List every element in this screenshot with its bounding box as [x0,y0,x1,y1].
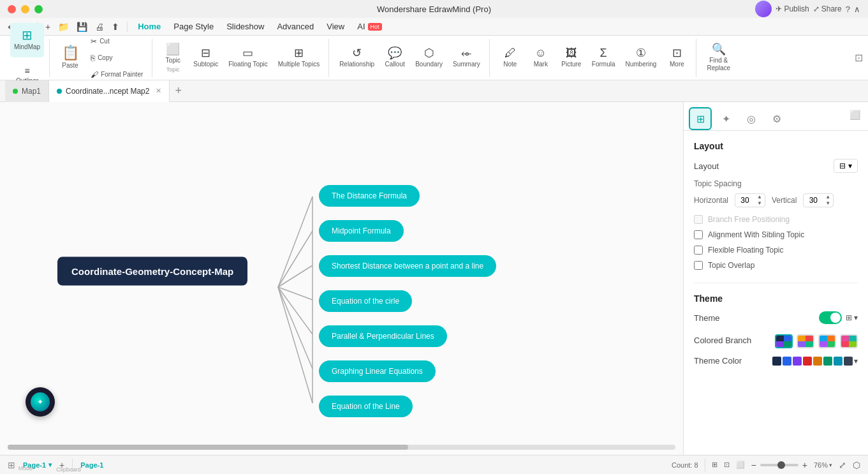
fullscreen-icon[interactable]: ⬜ [736,461,745,469]
color-dot-4[interactable] [813,357,822,366]
tab-map2[interactable]: Coordinate...ncept Map2 ✕ [49,80,170,102]
multiple-topics-button[interactable]: ⊞ Multiple Topics [274,41,323,75]
new-button[interactable]: + [43,20,53,33]
color-dot-1[interactable] [783,357,791,366]
boundary-button[interactable]: ⬡ Boundary [411,41,446,75]
horizontal-up[interactable]: ▲ [754,194,765,200]
tab-map1[interactable]: Map1 [5,80,49,102]
zoom-plus-button[interactable]: + [802,460,807,470]
expand-button[interactable]: ⊡ [855,52,863,64]
panel-tab-location[interactable]: ◎ [740,107,763,130]
vertical-spacing-input[interactable]: 30 ▲ ▼ [803,193,834,207]
profile-avatar[interactable] [755,1,772,17]
mindmap-button[interactable]: ⊞ MindMap [10,23,44,57]
zoom-minus-button[interactable]: − [751,460,756,470]
flexible-floating-checkbox[interactable] [694,246,703,255]
vertical-down[interactable]: ▼ [823,200,833,207]
window-buttons[interactable] [8,5,43,13]
menu-view[interactable]: View [321,20,349,33]
subtopic-button[interactable]: ⊟ Subtopic [189,41,222,75]
horizontal-spacing-input[interactable]: 30 ▲ ▼ [735,193,765,207]
menu-ai[interactable]: AI Hot [352,20,386,33]
branch-node-4[interactable]: Parallel & Perpendicular Lines [319,325,447,347]
sidebar-toggle[interactable]: ⬡ [853,460,860,470]
publish-button[interactable]: ✈ Publish [776,4,809,13]
zoom-slider[interactable] [760,464,798,466]
view-icon[interactable]: ⊞ [712,461,717,469]
open-button[interactable]: 📁 [55,20,71,33]
fullscreen-button[interactable]: ⤢ [839,460,846,470]
share-button[interactable]: ⤢ Share [813,4,842,13]
zoom-value-button[interactable]: 76% ▾ [814,461,832,469]
horizontal-arrows[interactable]: ▲ ▼ [754,194,765,207]
cb-option-4[interactable] [840,334,858,348]
menu-advanced[interactable]: Advanced [272,20,319,33]
theme-select-arrow[interactable]: ⊞ ▾ [846,313,858,322]
ai-fab-button[interactable]: ✦ [26,387,55,417]
branch-free-positioning-checkbox[interactable] [694,215,703,224]
branch-node-0[interactable]: The Distance Formula [319,185,420,207]
copy-button[interactable]: ⎘ Copy [87,50,147,66]
color-dot-5[interactable] [823,357,832,366]
horizontal-scrollbar[interactable] [8,445,675,450]
color-dot-3[interactable] [803,357,812,366]
color-dot-6[interactable] [834,357,842,366]
branch-node-6[interactable]: Equation of the Line [319,396,413,417]
theme-toggle[interactable]: ⊞ ▾ [819,311,858,324]
cb-option-1[interactable] [775,334,793,348]
export-button[interactable]: ⬆ [109,20,122,33]
collapse-button[interactable]: ∧ [854,4,860,14]
paste-button[interactable]: 📋 Paste [56,41,84,75]
canvas[interactable]: Coordinate-Geometry-Concept-Map The Dist… [0,102,683,455]
central-node[interactable]: Coordinate-Geometry-Concept-Map [57,257,247,286]
picture-button[interactable]: 🖼 Picture [557,41,585,75]
zoom-thumb[interactable] [777,461,785,469]
menu-slideshow[interactable]: Slideshow [221,20,269,33]
alignment-sibling-checkbox[interactable] [694,230,703,239]
print-button[interactable]: 🖨 [92,20,107,33]
topic-button[interactable]: ⬜ Topic Topic [159,41,187,75]
branch-node-1[interactable]: Midpoint Formula [319,220,404,242]
color-dot-2[interactable] [793,357,802,366]
branch-node-5[interactable]: Graphing Linear Equations [319,360,436,382]
vertical-up[interactable]: ▲ [823,194,833,200]
view-icon2[interactable]: ⊡ [724,461,730,469]
tab-close-map2[interactable]: ✕ [156,87,161,95]
color-dot-7[interactable] [844,357,853,366]
maximize-button[interactable] [34,5,43,13]
layout-select[interactable]: ⊟ ▾ [834,159,858,173]
mark-button[interactable]: ☺ Mark [527,41,555,75]
cb-option-2[interactable] [797,334,814,348]
theme-color-arrow[interactable]: ▾ [854,357,858,366]
panel-tab-settings[interactable]: ⚙ [765,107,788,130]
theme-color-strip[interactable]: ▾ [772,357,858,366]
numbering-button[interactable]: ① Numbering [621,41,660,75]
summary-button[interactable]: ⬰ Summary [449,41,484,75]
panel-tab-style[interactable]: ✦ [714,107,737,130]
close-button[interactable] [8,5,16,13]
vertical-arrows[interactable]: ▲ ▼ [823,194,833,207]
cut-button[interactable]: ✂ Cut [87,34,147,49]
relationship-button[interactable]: ↺ Relationship [335,41,378,75]
formula-button[interactable]: Σ Formula [588,41,619,75]
save-button[interactable]: 💾 [74,20,90,33]
page-1-label[interactable]: Page-1 [80,461,103,469]
minimize-button[interactable] [21,5,29,13]
horizontal-down[interactable]: ▼ [754,200,765,207]
menu-home[interactable]: Home [133,20,166,33]
add-tab-button[interactable]: + [170,84,187,98]
find-replace-button[interactable]: 🔍 Find & Replace [703,41,734,75]
callout-button[interactable]: 💬 Callout [381,41,409,75]
floating-topic-button[interactable]: ▭ Floating Topic [224,41,272,75]
panel-expand-button[interactable]: ⬜ [847,107,863,130]
branch-node-3[interactable]: Equation of the cirle [319,290,412,312]
panel-tab-layout[interactable]: ⊞ [689,107,712,130]
note-button[interactable]: 🖊 Note [496,41,524,75]
toggle-control[interactable] [819,311,842,324]
cb-option-3[interactable] [818,334,836,348]
menu-page-style[interactable]: Page Style [168,20,219,33]
help-button[interactable]: ? [846,4,850,14]
more-button[interactable]: ⊡ More [663,41,691,75]
topic-overlap-checkbox[interactable] [694,261,703,270]
scrollbar-thumb[interactable] [8,445,408,450]
